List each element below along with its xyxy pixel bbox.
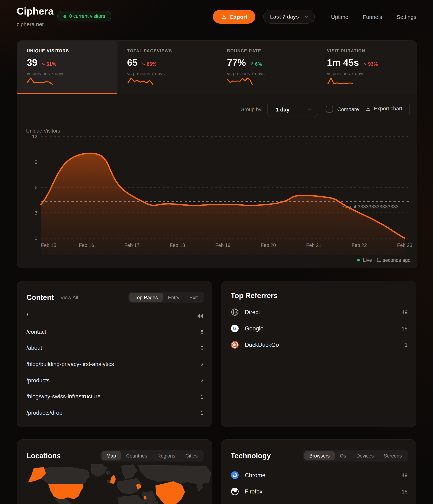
google-row[interactable]: GGoogle15	[231, 320, 408, 337]
locations-tab-regions[interactable]: Regions	[152, 451, 180, 460]
referrer-count: 15	[402, 325, 408, 332]
date-range-value: Last 7 days	[270, 14, 299, 20]
stat-cards: UNIQUE VISITORS39↘ 61%vs previous 7 days…	[17, 41, 417, 94]
content-row[interactable]: /44	[26, 307, 203, 324]
globe-icon	[231, 308, 239, 316]
live-status-label: Live · 11 seconds ago	[363, 257, 410, 263]
content-tabs: Top PagesEntryExit	[128, 292, 204, 303]
content-row[interactable]: /contact6	[26, 324, 203, 340]
stat-compare-label: vs previous 7 days	[127, 71, 217, 76]
stat-value-row: 77%↗ 6%	[227, 57, 317, 68]
live-dot-icon	[63, 15, 66, 18]
compare-checkbox[interactable]	[326, 106, 333, 113]
stat-compare-label: vs previous 7 days	[27, 71, 117, 76]
technology-tab-devices[interactable]: Devices	[351, 451, 379, 460]
firefox-row[interactable]: Firefox15	[231, 483, 408, 500]
nav-settings[interactable]: Settings	[397, 14, 416, 20]
group-by-value: 1 day	[276, 106, 290, 112]
stat-compare-label: vs previous 7 days	[227, 71, 317, 76]
content-row[interactable]: /about5	[26, 340, 203, 356]
stat-card-bounce-rate[interactable]: BOUNCE RATE77%↗ 6%vs previous 7 days	[217, 41, 317, 94]
controls-divider	[409, 104, 410, 115]
referrers-panel: Top Referrers Direct49GGoogle15DuckDuckG…	[221, 281, 416, 427]
export-chart-button[interactable]: Export chart	[365, 106, 402, 111]
stat-value-row: 39↘ 61%	[27, 57, 117, 68]
export-button[interactable]: Export	[213, 10, 255, 24]
content-row[interactable]: /blog/building-privacy-first-analytics2	[26, 356, 203, 372]
stat-delta: ↘ 93%	[363, 61, 378, 67]
technology-rows: Chrome49Firefox15	[231, 467, 408, 504]
stat-value: 39	[27, 57, 37, 68]
main-nav: UptimeFunnelsSettings	[331, 14, 416, 20]
referrers-header: Top Referrers	[231, 292, 408, 300]
stat-title: TOTAL PAGEVIEWS	[127, 49, 217, 53]
technology-tab-browsers[interactable]: Browsers	[304, 451, 335, 460]
svg-text:Feb 20: Feb 20	[261, 243, 276, 248]
content-row[interactable]: /blog/why-swiss-infrastructure1	[26, 388, 203, 405]
date-range-select[interactable]: Last 7 days	[263, 10, 315, 24]
view-all-link[interactable]: View All	[60, 295, 78, 300]
content-rows: /44/contact6/about5/blog/building-privac…	[26, 307, 203, 421]
unique-visitors-chart[interactable]: Avg: 4.333333333333333 036912Feb 15Feb 1…	[17, 124, 417, 256]
svg-text:G: G	[233, 326, 237, 331]
content-row[interactable]: /products2	[26, 372, 203, 388]
svg-text:Feb 17: Feb 17	[124, 243, 139, 248]
world-map[interactable]	[17, 462, 212, 504]
current-visitors-badge: 0 current visitors	[57, 11, 111, 21]
stat-compare-label: vs previous 7 days	[327, 71, 417, 76]
technology-tab-os[interactable]: Os	[335, 451, 351, 460]
compare-label: Compare	[337, 106, 359, 112]
chart-controls: Group by: 1 day Compare Export chart	[17, 102, 417, 118]
chrome-icon	[231, 471, 239, 479]
technology-panel: Technology BrowsersOsDevicesScreens Chro…	[221, 439, 416, 504]
locations-tab-countries[interactable]: Countries	[121, 451, 152, 460]
current-visitors-label: 0 current visitors	[69, 13, 105, 19]
page-views-count: 5	[200, 345, 203, 351]
content-tab-top-pages[interactable]: Top Pages	[130, 293, 163, 302]
locations-tab-map[interactable]: Map	[101, 451, 121, 460]
row-row[interactable]	[231, 500, 408, 504]
chevron-down-icon	[304, 14, 309, 19]
export-chart-label: Export chart	[374, 106, 402, 111]
stat-card-visit-duration[interactable]: VISIT DURATION1m 45s↘ 93%vs previous 7 d…	[317, 41, 417, 94]
chrome-row[interactable]: Chrome49	[231, 467, 408, 483]
content-tab-entry[interactable]: Entry	[163, 293, 184, 302]
page-views-count: 2	[200, 361, 203, 367]
stat-delta: ↘ 66%	[141, 61, 156, 67]
browser-count: 49	[402, 472, 408, 478]
browser-name: Firefox	[245, 488, 263, 495]
stat-value-row: 65↘ 66%	[127, 57, 217, 68]
compare-toggle[interactable]: Compare	[326, 106, 359, 113]
stat-value: 65	[127, 57, 138, 68]
stat-delta: ↘ 61%	[41, 61, 56, 67]
content-tab-exit[interactable]: Exit	[184, 293, 203, 302]
referrer-name: Google	[245, 325, 263, 332]
page-views-count: 2	[200, 377, 203, 383]
stat-sparkline	[127, 77, 153, 87]
direct-row[interactable]: Direct49	[231, 304, 408, 320]
google-icon: G	[231, 324, 239, 333]
site-domain: ciphera.net	[17, 21, 43, 27]
download-icon	[221, 14, 227, 20]
header-actions: Export Last 7 days UptimeFunnelsSettings	[213, 10, 416, 24]
stat-card-unique-visitors[interactable]: UNIQUE VISITORS39↘ 61%vs previous 7 days	[17, 41, 117, 94]
technology-tab-screens[interactable]: Screens	[379, 451, 407, 460]
locations-tab-cities[interactable]: Cities	[180, 451, 203, 460]
svg-text:6: 6	[35, 185, 37, 190]
analytics-dashboard: Ciphera 0 current visitors ciphera.net E…	[0, 0, 433, 504]
stat-sparkline	[327, 77, 353, 87]
duckduckgo-row[interactable]: DuckDuckGo1	[231, 337, 408, 353]
content-header: Content View All Top PagesEntryExit	[26, 292, 204, 303]
stat-card-total-pageviews[interactable]: TOTAL PAGEVIEWS65↘ 66%vs previous 7 days	[117, 41, 217, 94]
nav-funnels[interactable]: Funnels	[363, 14, 382, 20]
header-divider	[323, 11, 323, 23]
stat-delta: ↗ 6%	[250, 61, 262, 67]
page-views-count: 1	[200, 410, 203, 416]
nav-uptime[interactable]: Uptime	[331, 14, 348, 20]
group-by-select[interactable]: 1 day	[267, 102, 318, 117]
stat-title: UNIQUE VISITORS	[27, 49, 117, 53]
page-path: /about	[26, 345, 42, 351]
stat-title: BOUNCE RATE	[227, 49, 317, 53]
content-row[interactable]: /products/drop1	[26, 405, 203, 421]
stat-sparkline	[227, 77, 253, 87]
